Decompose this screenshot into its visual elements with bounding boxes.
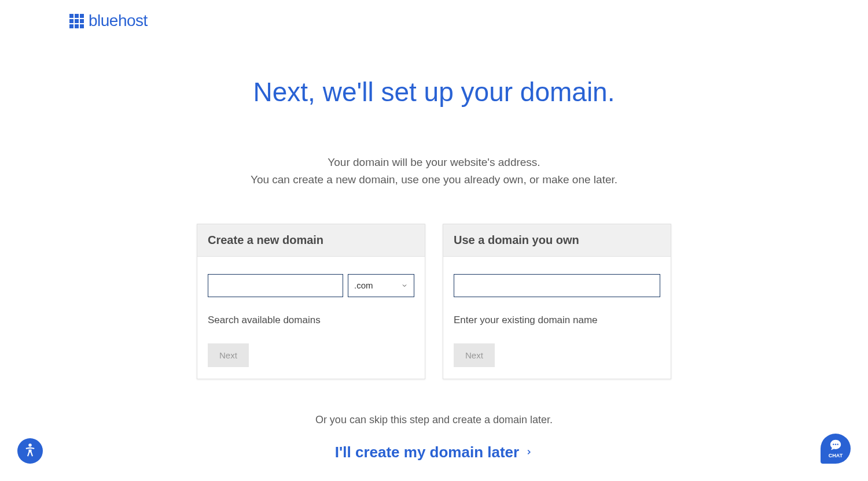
brand-logo[interactable]: bluehost	[69, 12, 868, 30]
create-domain-title: Create a new domain	[208, 234, 414, 247]
create-domain-card-header: Create a new domain	[197, 224, 425, 257]
own-domain-next-button[interactable]: Next	[454, 343, 495, 367]
new-domain-input[interactable]	[208, 274, 343, 297]
chat-label: CHAT	[829, 453, 843, 458]
tld-select[interactable]: .com	[348, 274, 414, 297]
skip-text: Or you can skip this step and create a d…	[0, 414, 868, 426]
own-domain-helper: Enter your existing domain name	[454, 314, 660, 326]
svg-point-2	[835, 443, 836, 445]
logo-grid-icon	[69, 14, 84, 28]
chevron-down-icon	[401, 282, 408, 289]
accessibility-button[interactable]	[17, 438, 43, 464]
existing-domain-input[interactable]	[454, 274, 660, 297]
create-domain-body: .com Search available domains Next	[197, 257, 425, 379]
own-domain-card: Use a domain you own Enter your existing…	[443, 224, 671, 379]
subtitle-line-1: Your domain will be your website's addre…	[0, 154, 868, 171]
subtitle-line-2: You can create a new domain, use one you…	[0, 171, 868, 188]
skip-domain-link[interactable]: I'll create my domain later	[335, 443, 533, 461]
create-domain-input-row: .com	[208, 274, 414, 297]
own-domain-card-header: Use a domain you own	[443, 224, 671, 257]
create-domain-card: Create a new domain .com Search availabl…	[197, 224, 425, 379]
create-domain-next-button[interactable]: Next	[208, 343, 249, 367]
subtitle: Your domain will be your website's addre…	[0, 154, 868, 189]
main-content: Next, we'll set up your domain. Your dom…	[0, 30, 868, 461]
cards-container: Create a new domain .com Search availabl…	[0, 224, 868, 379]
skip-link-label: I'll create my domain later	[335, 443, 519, 461]
page-title: Next, we'll set up your domain.	[0, 76, 868, 108]
header: bluehost	[0, 0, 868, 30]
chat-button[interactable]: CHAT	[821, 434, 851, 464]
own-domain-body: Enter your existing domain name Next	[443, 257, 671, 379]
tld-selected-value: .com	[354, 280, 373, 290]
svg-point-1	[833, 443, 834, 445]
accessibility-icon	[21, 442, 39, 460]
chat-icon	[829, 439, 842, 452]
svg-point-0	[28, 443, 32, 447]
svg-point-3	[837, 443, 838, 445]
own-domain-title: Use a domain you own	[454, 234, 660, 247]
chevron-right-icon	[525, 448, 533, 456]
brand-name: bluehost	[89, 12, 148, 30]
create-domain-helper: Search available domains	[208, 314, 414, 326]
